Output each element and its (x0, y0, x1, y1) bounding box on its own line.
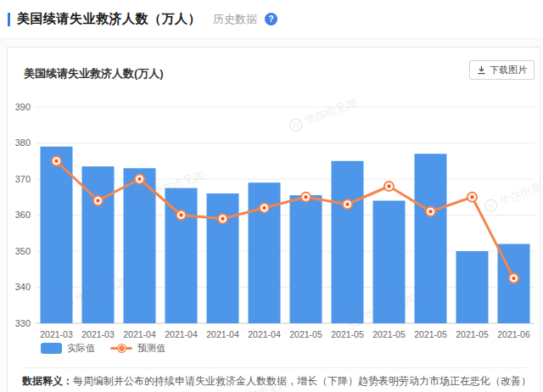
data-explanation-label: 数据释义： (22, 375, 73, 387)
y-tick-label: 340 (15, 282, 31, 292)
y-tick-label: 370 (15, 174, 31, 184)
download-icon (477, 65, 486, 75)
data-point-core (512, 277, 515, 280)
actual-series-swatch (41, 343, 62, 354)
x-tick-label: 2021-05 (414, 329, 447, 339)
x-tick-label: 2021-05 (456, 329, 489, 339)
dotted-divider (22, 367, 527, 368)
legend-item-actual[interactable]: 实际值 (41, 342, 95, 355)
data-point-core (387, 184, 390, 188)
x-tick-label: 2021-05 (289, 329, 322, 339)
bar-2021-05-8[interactable] (373, 201, 406, 324)
x-tick-label: 2021-03 (40, 329, 73, 339)
data-explanation: 数据释义：每周编制并公布的持续申请失业救济金人数数据，增长（下降）趋势表明劳动力… (22, 374, 531, 389)
data-point-core (304, 195, 307, 199)
data-explanation-text: 每周编制并公布的持续申请失业救济金人数数据，增长（下降）趋势表明劳动力市场正在恶… (73, 375, 531, 387)
data-point-core (345, 203, 349, 206)
download-image-button[interactable]: 下载图片 (469, 60, 535, 80)
data-point-core (428, 210, 432, 213)
y-tick-label: 360 (15, 210, 31, 220)
y-tick-label: 350 (15, 246, 31, 256)
y-tick-label: 330 (15, 318, 31, 328)
title-accent-bar (8, 13, 10, 26)
page-header: 美国续请失业救济人数（万人） 历史数据 ? (0, 0, 543, 39)
data-point-core (262, 206, 266, 210)
x-tick-label: 2021-04 (123, 329, 156, 339)
help-icon[interactable]: ? (265, 13, 277, 25)
chart-legend: 实际值 预测值 (41, 342, 165, 355)
data-point-core (137, 177, 141, 181)
bar-2021-05-6[interactable] (290, 195, 322, 323)
forecast-series-swatch (110, 343, 132, 354)
legend-label-actual: 实际值 (67, 342, 95, 355)
bar-2021-04-2[interactable] (124, 168, 156, 323)
x-tick-label: 2021-05 (372, 329, 406, 339)
chart-canvas[interactable]: 3903803703603503403302021-032021-032021-… (8, 94, 540, 349)
chart-title: 美国续请失业救济人数(万人) (24, 66, 164, 81)
x-tick-label: 2021-04 (248, 329, 281, 339)
data-point-core (96, 199, 99, 202)
x-tick-label: 2021-06 (497, 329, 530, 339)
x-tick-label: 2021-03 (81, 329, 115, 339)
x-tick-label: 2021-04 (206, 329, 239, 339)
legend-label-forecast: 预测值 (137, 342, 165, 355)
bar-2021-05-7[interactable] (332, 161, 364, 323)
x-tick-label: 2021-05 (331, 329, 364, 339)
y-tick-label: 380 (15, 137, 31, 148)
data-point-core (54, 160, 58, 163)
download-label: 下载图片 (490, 64, 527, 76)
legend-item-forecast[interactable]: 预测值 (110, 342, 165, 355)
bar-2021-05-9[interactable] (415, 154, 447, 323)
page-title: 美国续请失业救济人数（万人） (17, 11, 201, 27)
y-tick-label: 390 (15, 102, 31, 112)
data-point-core (179, 213, 182, 216)
data-point-core (470, 195, 473, 199)
history-data-link[interactable]: 历史数据 (213, 12, 257, 27)
chart-card: 美国续请失业救济人数(万人) 下载图片 39038037036035034033… (7, 47, 540, 392)
data-point-core (221, 217, 224, 221)
x-tick-label: 2021-04 (165, 329, 198, 339)
bar-2021-04-4[interactable] (207, 193, 239, 323)
bar-2021-05-10[interactable] (456, 251, 489, 323)
bar-2021-04-3[interactable] (165, 188, 198, 323)
